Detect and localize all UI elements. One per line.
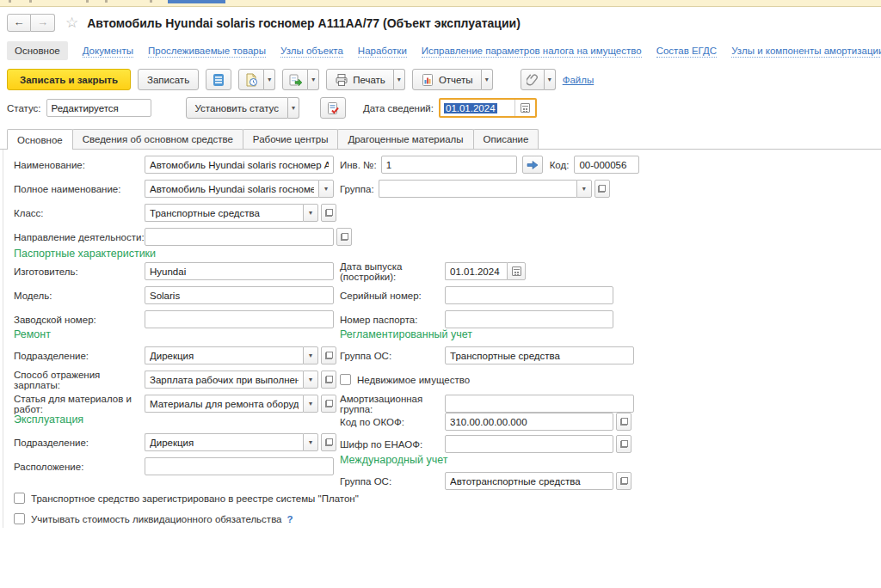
print-caret-button[interactable]: ▾	[394, 69, 405, 90]
blue-arrow-icon	[527, 160, 539, 170]
go-to-button[interactable]	[522, 156, 543, 174]
attachments-caret-button[interactable]: ▾	[545, 69, 556, 90]
inventory-number-input[interactable]	[381, 156, 517, 174]
create-based-on-button[interactable]	[282, 69, 308, 90]
open-icon	[325, 376, 333, 383]
activity-input[interactable]	[145, 228, 334, 246]
model-input[interactable]	[145, 286, 334, 304]
repair-department-open-button[interactable]	[321, 346, 336, 364]
back-button[interactable]: ←	[7, 14, 31, 32]
manufacturer-input[interactable]	[145, 262, 334, 280]
repair-department-dropdown-button[interactable]: ▾	[303, 346, 318, 364]
issue-date-calendar-button[interactable]	[507, 262, 526, 280]
calendar-button[interactable]	[514, 100, 535, 116]
document-clock-button[interactable]	[238, 69, 264, 90]
nav-item-uzly-obekta[interactable]: Узлы объекта	[280, 45, 343, 58]
open-icon	[620, 440, 628, 448]
materials-item-open-button[interactable]	[321, 395, 336, 413]
nav-item-sostav-egds[interactable]: Состав ЕГДС	[656, 45, 718, 58]
okof-input[interactable]	[445, 413, 613, 431]
operation-department-input[interactable]	[145, 433, 303, 451]
attachments-button[interactable]	[521, 69, 545, 90]
create-based-on-split-button: ▾	[282, 69, 319, 90]
print-label: Печать	[353, 75, 385, 85]
status-input[interactable]	[46, 99, 151, 117]
depreciation-group-input[interactable]	[445, 395, 634, 413]
files-link[interactable]: Файлы	[563, 75, 595, 85]
enaof-open-button[interactable]	[616, 435, 631, 453]
nav-item-proslezhivaemye-tovary[interactable]: Прослеживаемые товары	[148, 45, 266, 58]
tab-svedeniya-os[interactable]: Сведения об основном средстве	[72, 129, 243, 149]
os-group-input[interactable]	[445, 346, 634, 364]
save-and-close-button[interactable]: Записать и закрыть	[7, 69, 131, 90]
window-tab-tick	[29, 0, 32, 3]
forward-button[interactable]: →	[31, 14, 55, 32]
chevron-down-icon: ▾	[311, 77, 315, 83]
reports-button[interactable]: Отчеты	[412, 69, 482, 90]
set-status-caret-button[interactable]: ▾	[288, 97, 299, 119]
chevron-down-icon: ▾	[548, 77, 551, 83]
class-open-button[interactable]	[321, 204, 336, 222]
operation-department-open-button[interactable]	[321, 433, 336, 451]
platon-checkbox[interactable]	[14, 493, 25, 504]
tab-osnovnoe[interactable]: Основное	[7, 129, 73, 150]
full-name-dropdown-button[interactable]: ▾	[318, 180, 334, 198]
class-input[interactable]	[145, 204, 303, 222]
create-based-on-caret-button[interactable]: ▾	[308, 69, 319, 90]
full-name-input[interactable]	[145, 180, 318, 198]
reports-split-button: Отчеты ▾	[412, 69, 493, 90]
document-clock-caret-button[interactable]: ▾	[264, 69, 275, 90]
nav-item-dokumenty[interactable]: Документы	[83, 45, 133, 58]
activity-open-button[interactable]	[336, 228, 352, 246]
salary-method-input[interactable]	[145, 371, 303, 389]
full-name-label: Полное наименование:	[14, 184, 145, 194]
international-os-group-input[interactable]	[445, 472, 613, 490]
report-icon	[421, 73, 434, 87]
international-os-group-open-button[interactable]	[616, 472, 631, 490]
favorite-star-icon[interactable]: ☆	[65, 14, 78, 32]
class-dropdown-button[interactable]: ▾	[303, 204, 318, 222]
regulated-section-header: Регламентированный учет	[340, 328, 472, 340]
status-check-button[interactable]	[320, 97, 346, 119]
tab-rabochie-centry[interactable]: Рабочие центры	[243, 129, 339, 149]
group-dropdown-button[interactable]: ▾	[576, 180, 592, 198]
nav-item-narabotki[interactable]: Наработки	[358, 45, 407, 58]
group-input[interactable]	[379, 180, 576, 198]
salary-method-dropdown-button[interactable]: ▾	[303, 371, 318, 389]
liquidation-checkbox-label: Учитывать стоимость ликвидационного обяз…	[31, 514, 282, 524]
repair-department-input[interactable]	[145, 346, 303, 364]
help-icon[interactable]: ?	[287, 514, 293, 524]
repair-department-label: Подразделение:	[14, 351, 145, 361]
materials-item-input[interactable]	[145, 395, 303, 413]
info-date-field[interactable]: 01.01.2024	[439, 98, 537, 118]
save-button[interactable]: Записать	[138, 69, 199, 90]
reports-caret-button[interactable]: ▾	[482, 69, 493, 90]
print-button[interactable]: Печать	[326, 69, 394, 90]
name-input[interactable]	[145, 156, 334, 174]
okof-open-button[interactable]	[616, 413, 631, 431]
liquidation-checkbox[interactable]	[14, 513, 25, 524]
code-input[interactable]	[574, 156, 639, 174]
real-estate-checkbox[interactable]	[340, 374, 351, 385]
factory-number-label: Заводской номер:	[14, 315, 145, 325]
enaof-input[interactable]	[445, 435, 613, 453]
operation-department-dropdown-button[interactable]: ▾	[303, 433, 318, 451]
set-status-button[interactable]: Установить статус	[186, 97, 288, 119]
nav-item-ispravlenie-naloga[interactable]: Исправление параметров налога на имущест…	[422, 45, 642, 58]
nav-item-osnovnoe[interactable]: Основное	[7, 41, 68, 60]
nav-item-uzly-amortizacii[interactable]: Узлы и компоненты амортизации	[731, 45, 881, 58]
factory-number-input[interactable]	[145, 310, 334, 328]
salary-method-open-button[interactable]	[321, 371, 336, 389]
structure-button[interactable]	[206, 69, 231, 90]
active-window-tab-indicator	[168, 0, 225, 3]
serial-number-input[interactable]	[445, 286, 613, 304]
group-open-button[interactable]	[595, 180, 610, 198]
tab-opisanie[interactable]: Описание	[473, 129, 539, 149]
passport-number-input[interactable]	[445, 310, 613, 328]
history-doc-split-button: ▾	[238, 69, 275, 90]
issue-date-input[interactable]	[445, 262, 507, 280]
tab-dragocennye-materialy[interactable]: Драгоценные материалы	[337, 129, 473, 149]
command-bar: Записать и закрыть Записать ▾ ▾	[0, 67, 881, 95]
location-input[interactable]	[145, 457, 334, 475]
materials-item-dropdown-button[interactable]: ▾	[303, 395, 318, 413]
